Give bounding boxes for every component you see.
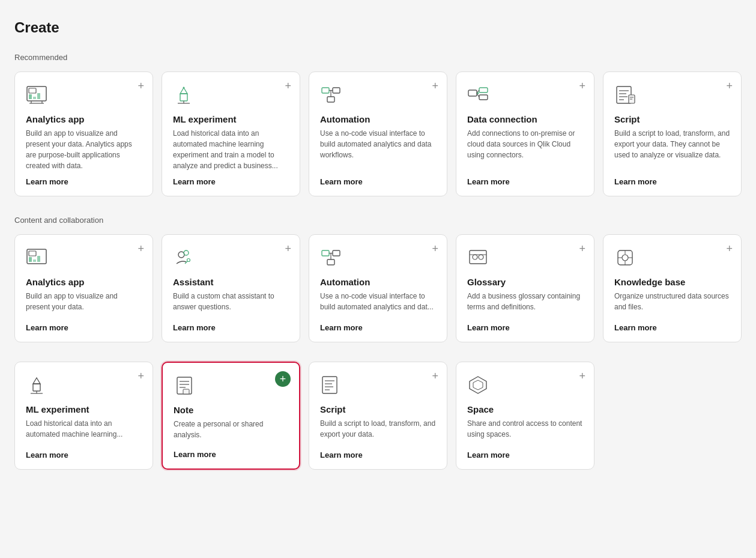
card-automation-rec[interactable]: + Automation Use a no-code visual interf… xyxy=(309,71,447,196)
card-automation-cc[interactable]: + Automation Use a no-code visual interf… xyxy=(309,234,447,342)
recommended-grid: + Analytics app Build an app to visualiz… xyxy=(14,71,742,196)
add-icon-analytics-cc[interactable]: + xyxy=(138,243,144,254)
learn-more-link[interactable]: Learn more xyxy=(467,323,583,332)
note-icon xyxy=(174,374,288,398)
svg-rect-17 xyxy=(479,95,488,100)
card-desc: Load historical data into an automated m… xyxy=(26,418,142,444)
svg-rect-2 xyxy=(29,94,32,99)
card-title: Note xyxy=(174,405,288,415)
space-icon xyxy=(467,373,583,397)
card-data-connection-rec[interactable]: + Data connection Add connections to on-… xyxy=(456,71,594,196)
card-ml-experiment-cc[interactable]: + ML experiment Load historical data int… xyxy=(14,362,153,470)
card-desc: Add a business glossary containing terms… xyxy=(467,291,583,317)
svg-rect-51 xyxy=(33,384,40,391)
card-title: Assistant xyxy=(173,277,289,287)
add-icon-assistant-cc[interactable]: + xyxy=(285,243,291,254)
content-collaboration-grid-row2: + ML experiment Load historical data int… xyxy=(14,362,742,470)
script-icon xyxy=(614,83,730,107)
svg-rect-1 xyxy=(29,88,36,93)
card-script-cc[interactable]: + Script Build a script to load, transfo… xyxy=(309,362,447,470)
learn-more-link[interactable]: Learn more xyxy=(26,323,142,332)
add-icon-space-cc[interactable]: + xyxy=(579,371,585,381)
svg-point-46 xyxy=(622,255,628,261)
svg-rect-40 xyxy=(327,259,334,265)
learn-more-link[interactable]: Learn more xyxy=(320,450,436,459)
card-desc: Add connections to on-premise or cloud d… xyxy=(467,128,583,171)
svg-rect-30 xyxy=(29,251,36,256)
card-note-cc[interactable]: + Note Create a personal or shared analy… xyxy=(162,362,300,470)
svg-rect-59 xyxy=(322,377,337,393)
card-analytics-app-cc[interactable]: + Analytics app Build an app to visualiz… xyxy=(14,234,153,342)
card-analytics-app-rec[interactable]: + Analytics app Build an app to visualiz… xyxy=(14,71,153,196)
card-desc: Load historical data into an automated m… xyxy=(173,128,289,171)
card-title: Script xyxy=(320,404,436,414)
automation-icon xyxy=(320,83,436,107)
knowledge-base-icon xyxy=(614,246,730,270)
card-desc: Share and control access to content usin… xyxy=(467,418,583,444)
add-icon-note-cc[interactable]: + xyxy=(275,371,291,387)
svg-point-35 xyxy=(184,250,189,255)
add-icon-automation-cc[interactable]: + xyxy=(432,243,438,254)
card-desc: Build a script to load, transform, and e… xyxy=(320,418,436,444)
add-icon-analytics-rec[interactable]: + xyxy=(138,80,144,91)
add-icon-glossary-cc[interactable]: + xyxy=(579,243,585,254)
svg-rect-3 xyxy=(33,97,36,99)
svg-rect-33 xyxy=(37,256,40,262)
card-title: Space xyxy=(467,404,583,414)
learn-more-link[interactable]: Learn more xyxy=(174,450,288,459)
svg-rect-38 xyxy=(322,250,329,256)
script-small-icon xyxy=(320,373,436,397)
svg-rect-8 xyxy=(180,94,187,101)
page-title: Create xyxy=(14,19,742,36)
learn-more-link[interactable]: Learn more xyxy=(26,450,142,459)
card-script-rec[interactable]: + Script Build a script to load, transfo… xyxy=(603,71,742,196)
svg-marker-65 xyxy=(473,380,483,390)
svg-marker-64 xyxy=(470,377,486,393)
add-icon-ml-cc[interactable]: + xyxy=(138,371,144,381)
svg-rect-16 xyxy=(479,88,488,92)
add-icon-script-rec[interactable]: + xyxy=(726,80,733,91)
card-desc: Build an app to visualize and present yo… xyxy=(26,291,142,317)
card-title: ML experiment xyxy=(173,114,289,124)
analytics-icon xyxy=(26,83,142,107)
card-assistant-cc[interactable]: + Assistant Build a custom chat assistan… xyxy=(162,234,300,342)
learn-more-link[interactable]: Learn more xyxy=(173,323,289,332)
learn-more-link[interactable]: Learn more xyxy=(26,177,142,186)
content-collaboration-grid-row1: + Analytics app Build an app to visualiz… xyxy=(14,234,742,342)
svg-rect-31 xyxy=(29,257,32,262)
card-knowledge-base-cc[interactable]: + Knowledge base Organize unstructured d… xyxy=(603,234,742,342)
card-desc: Organize unstructured data sources and f… xyxy=(614,291,730,317)
svg-point-36 xyxy=(187,259,190,262)
card-glossary-cc[interactable]: + Glossary Add a business glossary conta… xyxy=(456,234,594,342)
learn-more-link[interactable]: Learn more xyxy=(614,323,730,332)
card-space-cc[interactable]: + Space Share and control access to cont… xyxy=(456,362,594,470)
svg-point-43 xyxy=(479,255,483,259)
learn-more-link[interactable]: Learn more xyxy=(467,177,583,186)
add-icon-knowledge-base-cc[interactable]: + xyxy=(726,243,733,254)
ml-small-icon xyxy=(26,373,142,397)
learn-more-link[interactable]: Learn more xyxy=(320,323,436,332)
card-desc: Build an app to visualize and present yo… xyxy=(26,128,142,171)
automation-small-icon xyxy=(320,246,436,270)
card-desc: Use a no-code visual interface to build … xyxy=(320,291,436,317)
glossary-icon xyxy=(467,246,583,270)
card-ml-experiment-rec[interactable]: + ML experiment Load historical data int… xyxy=(162,71,300,196)
add-icon-automation-rec[interactable]: + xyxy=(432,80,438,91)
learn-more-link[interactable]: Learn more xyxy=(614,177,730,186)
card-desc: Use a no-code visual interface to build … xyxy=(320,128,436,171)
svg-rect-14 xyxy=(327,97,334,102)
learn-more-link[interactable]: Learn more xyxy=(173,177,289,186)
card-title: Automation xyxy=(320,277,436,287)
card-title: Script xyxy=(614,114,730,124)
recommended-label: Recommended xyxy=(14,53,742,62)
card-title: Knowledge base xyxy=(614,277,730,287)
add-icon-ml-rec[interactable]: + xyxy=(285,80,291,91)
add-icon-data-connection-rec[interactable]: + xyxy=(579,80,585,91)
card-title: Automation xyxy=(320,114,436,124)
analytics-small-icon xyxy=(26,246,142,270)
add-icon-script-cc[interactable]: + xyxy=(432,371,438,381)
learn-more-link[interactable]: Learn more xyxy=(320,177,436,186)
learn-more-link[interactable]: Learn more xyxy=(467,450,583,459)
card-desc: Build a custom chat assistant to answer … xyxy=(173,291,289,317)
card-title: Glossary xyxy=(467,277,583,287)
